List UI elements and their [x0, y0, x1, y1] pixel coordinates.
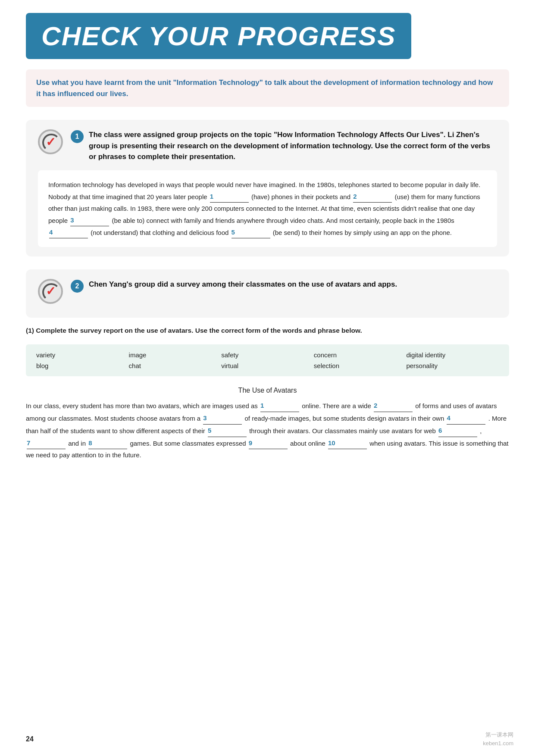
section1-heading: The class were assigned group projects o…: [89, 129, 497, 162]
watermark: 第一课本网 keben1.com: [483, 731, 513, 747]
section1-paragraph: Information technology has developed in …: [48, 179, 487, 238]
page-number: 24: [26, 735, 34, 743]
section2-card: ✓ 2 Chen Yang's group did a survey among…: [26, 269, 509, 318]
av-blank-3: 3: [203, 412, 242, 425]
page: CHECK YOUR PROGRESS Use what you have le…: [0, 0, 535, 756]
intro-box: Use what you have learnt from the unit "…: [26, 69, 509, 107]
section2-num: 2: [71, 280, 84, 293]
section1-title-row: 1 The class were assigned group projects…: [71, 129, 497, 162]
word-8: virtual: [221, 362, 314, 369]
section1-card: ✓ 1 The class were assigned group projec…: [26, 120, 509, 256]
checkmark-2: ✓: [46, 284, 56, 298]
blank-2: 2: [353, 191, 392, 203]
section1-body: Information technology has developed in …: [38, 170, 497, 247]
page-title: CHECK YOUR PROGRESS: [41, 21, 396, 51]
av-blank-9: 9: [249, 437, 288, 450]
section1-header: ✓ 1 The class were assigned group projec…: [38, 129, 497, 162]
word-1: variety: [36, 351, 129, 359]
word-5: digital identity: [406, 351, 499, 359]
av-blank-5: 5: [208, 425, 247, 437]
word-9: selection: [314, 362, 407, 369]
avatar-paragraph: In our class, every student has more tha…: [26, 400, 509, 461]
word-2: image: [129, 351, 222, 359]
av-blank-1: 1: [260, 400, 299, 412]
blank-4: 4: [49, 226, 88, 238]
subsection-text: Complete the survey report on the use of…: [36, 327, 362, 334]
watermark-line2: keben1.com: [483, 739, 513, 748]
av-blank-4: 4: [447, 412, 485, 425]
av-blank-10: 10: [328, 437, 367, 450]
intro-text: Use what you have learnt from the unit "…: [36, 77, 499, 99]
word-3: safety: [221, 351, 314, 359]
section2-title-row: 2 Chen Yang's group did a survey among t…: [71, 279, 397, 293]
avatar-title: The Use of Avatars: [26, 387, 509, 394]
word-10: personality: [406, 362, 499, 369]
checkmark-1: ✓: [46, 135, 56, 149]
blank-1: 1: [210, 191, 249, 203]
section2-heading: Chen Yang's group did a survey among the…: [89, 279, 397, 290]
av-blank-2: 2: [374, 400, 413, 412]
subsection-instruction: (1) Complete the survey report on the us…: [26, 325, 509, 336]
word-7: chat: [129, 362, 222, 369]
av-blank-6: 6: [438, 425, 477, 437]
word-6: blog: [36, 362, 129, 369]
header-banner: CHECK YOUR PROGRESS: [26, 13, 411, 59]
watermark-line1: 第一课本网: [483, 731, 513, 739]
blank-3: 3: [70, 214, 109, 226]
blank-5: 5: [232, 226, 270, 238]
word-4: concern: [314, 351, 407, 359]
section2-header: ✓ 2 Chen Yang's group did a survey among…: [38, 279, 497, 304]
check-circle-1: ✓: [38, 129, 63, 154]
word-box: variety image safety concern digital ide…: [26, 344, 509, 376]
section1-num: 1: [71, 130, 84, 143]
check-circle-2: ✓: [38, 279, 63, 304]
av-blank-7: 7: [27, 437, 66, 450]
av-blank-8: 8: [88, 437, 127, 450]
avatar-body: In our class, every student has more tha…: [26, 400, 509, 461]
subsection-label: (1): [26, 327, 36, 334]
